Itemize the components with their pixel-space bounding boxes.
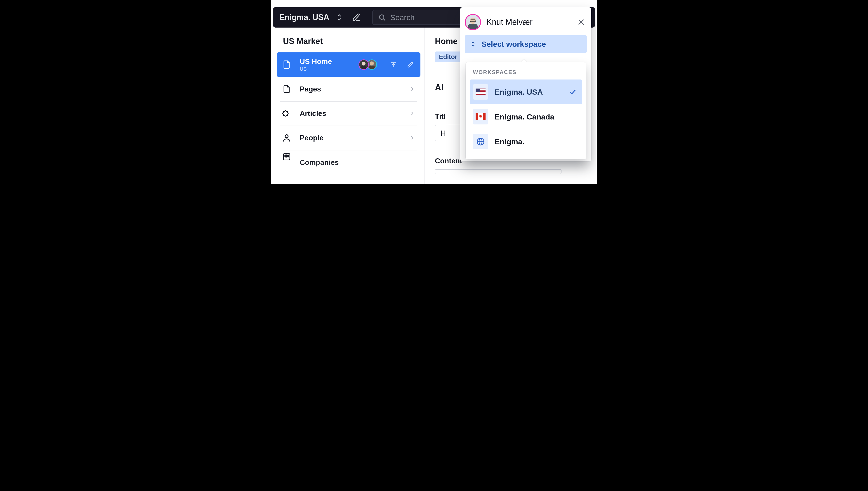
select-workspace-label: Select workspace <box>482 40 546 49</box>
user-popover: Knut Melvær Select workspace WORKSPACES … <box>460 7 591 161</box>
search-icon <box>378 13 386 21</box>
view-mode-badge[interactable]: Editor <box>435 52 461 62</box>
presence-avatar <box>358 59 369 70</box>
globe-icon <box>473 134 488 149</box>
person-icon <box>282 133 292 143</box>
dropdown-section-title: WORKSPACES <box>470 68 582 80</box>
close-button[interactable] <box>577 18 585 26</box>
check-icon <box>569 88 576 95</box>
user-avatar <box>465 14 481 30</box>
nav-item-pages[interactable]: Pages <box>277 77 421 101</box>
chevron-right-icon <box>410 111 415 116</box>
svg-point-16 <box>286 156 287 157</box>
svg-rect-4 <box>361 66 367 69</box>
workspace-option-canada[interactable]: Enigma. Canada <box>470 104 582 129</box>
left-panel: US Market US Home US <box>273 28 425 184</box>
nav-item-subtitle: US <box>300 66 332 72</box>
content-input[interactable] <box>435 169 562 174</box>
workspace-option-global[interactable]: Enigma. <box>470 129 582 154</box>
svg-point-6 <box>370 61 374 65</box>
svg-point-14 <box>288 155 289 156</box>
nav-item-articles[interactable]: Articles <box>277 101 421 125</box>
svg-point-19 <box>470 18 476 24</box>
svg-rect-7 <box>369 66 375 69</box>
nav-item-title: US Home <box>300 57 332 66</box>
svg-rect-30 <box>476 89 480 92</box>
puzzle-icon <box>282 108 292 118</box>
svg-point-15 <box>285 156 286 157</box>
svg-rect-20 <box>468 24 478 29</box>
workspace-dropdown: WORKSPACES Enigma. USA Enigma. Canada <box>466 62 586 160</box>
document-icon <box>282 84 292 94</box>
nav-item-label: Pages <box>300 85 321 93</box>
presence-avatars <box>361 59 377 70</box>
compose-button[interactable] <box>350 11 362 24</box>
svg-rect-28 <box>476 93 486 94</box>
nav-item-label: People <box>300 134 323 142</box>
nav-item-label: Companies <box>300 158 338 167</box>
nav-item-label: Articles <box>300 109 326 118</box>
svg-line-1 <box>383 19 385 20</box>
user-name: Knut Melvær <box>486 18 533 27</box>
workspace-option-usa[interactable]: Enigma. USA <box>470 80 582 104</box>
flag-us-icon <box>473 84 488 99</box>
select-workspace-button[interactable]: Select workspace <box>465 35 587 53</box>
svg-point-13 <box>286 155 287 156</box>
chevron-updown-icon <box>470 40 476 48</box>
nav-item-companies[interactable]: Companies <box>277 150 421 164</box>
svg-rect-33 <box>483 113 486 120</box>
workspace-name: Enigma. USA <box>279 13 329 22</box>
svg-point-3 <box>362 62 365 65</box>
flag-ca-icon <box>473 109 488 124</box>
workspace-option-label: Enigma. USA <box>495 88 543 96</box>
publish-icon[interactable] <box>389 60 398 69</box>
svg-point-12 <box>285 155 286 156</box>
document-icon <box>282 60 292 69</box>
svg-rect-32 <box>476 113 478 120</box>
chevron-right-icon <box>410 135 415 141</box>
svg-rect-29 <box>476 95 486 95</box>
svg-point-10 <box>285 135 288 138</box>
workspace-option-label: Enigma. Canada <box>495 113 554 121</box>
workspace-option-label: Enigma. <box>495 137 524 146</box>
nav-item-people[interactable]: People <box>277 125 421 150</box>
workspace-switch-icon[interactable] <box>335 13 344 22</box>
panel-title: US Market <box>273 28 424 52</box>
nav-item-us-home[interactable]: US Home US <box>277 52 421 77</box>
svg-point-17 <box>288 156 289 157</box>
chevron-right-icon <box>410 86 415 92</box>
edit-icon[interactable] <box>406 60 415 69</box>
grid-icon <box>282 152 292 162</box>
